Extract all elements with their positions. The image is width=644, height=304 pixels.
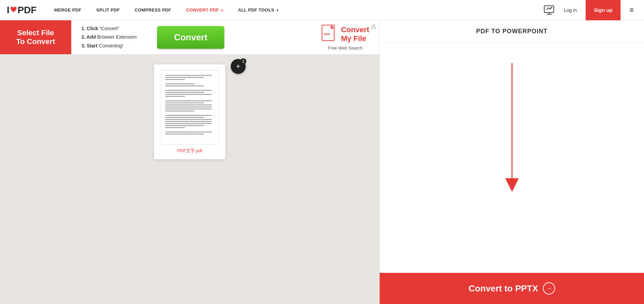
- convert-myfile-icon: PDF: [321, 24, 338, 44]
- svg-text:!: !: [373, 25, 374, 28]
- panel-body: [380, 43, 644, 273]
- ad-info-icon[interactable]: !: [371, 24, 376, 29]
- nav: MERGE PDF SPLIT PDF COMPRESS PDF CONVERT…: [47, 7, 544, 13]
- logo-pdf: PDF: [18, 5, 37, 16]
- svg-rect-0: [544, 6, 554, 13]
- arrow-container: [502, 63, 522, 192]
- nav-all-pdf-tools[interactable]: ALL PDF TOOLS ▾: [230, 7, 286, 13]
- ad-brand: PDF Convert My File Free Web Search: [311, 24, 379, 50]
- monitor-icon: [544, 5, 555, 15]
- convert-to-pptx-button[interactable]: Convert to PPTX →: [380, 273, 644, 304]
- ad-brand-logo: PDF Convert My File: [321, 24, 369, 44]
- file-name: PDF文字.pdf: [177, 148, 202, 154]
- signup-button[interactable]: Sign up: [586, 0, 621, 20]
- ad-step-2: 2. Add Browser Extension: [81, 33, 137, 41]
- panel-title: PDF TO POWERPOINT: [380, 20, 644, 43]
- content-area: Select FileTo Convert 1. Click “Convert”…: [0, 20, 379, 304]
- add-files-badge[interactable]: 1 +: [231, 59, 246, 74]
- svg-marker-10: [505, 178, 519, 192]
- ad-step-1: 1. Click “Convert”: [81, 24, 137, 33]
- upload-area: PDF文字.pdf 1 +: [0, 54, 379, 169]
- ad-step-3: 3. Start Converting!: [81, 42, 137, 50]
- svg-text:PDF: PDF: [324, 33, 330, 36]
- convert-btn-area: Convert to PPTX →: [380, 273, 644, 304]
- header: I PDF MERGE PDF SPLIT PDF COMPRESS PDF C…: [0, 0, 644, 20]
- nav-convert-pdf[interactable]: CONVERT PDF ▾: [179, 7, 231, 13]
- badge-count: 1: [240, 58, 246, 64]
- brand-myfile-text: My File: [341, 34, 369, 43]
- login-button[interactable]: Log in: [561, 7, 580, 13]
- nav-merge-pdf[interactable]: MERGE PDF: [47, 7, 89, 13]
- ad-banner: Select FileTo Convert 1. Click “Convert”…: [0, 20, 379, 54]
- select-file-button[interactable]: Select FileTo Convert: [0, 20, 71, 54]
- nav-split-pdf[interactable]: SPLIT PDF: [89, 7, 127, 13]
- header-right: Log in Sign up ≡: [544, 0, 637, 20]
- ad-steps: 1. Click “Convert” 2. Add Browser Extens…: [71, 24, 147, 50]
- right-panel: PDF TO POWERPOINT Convert to PPTX →: [379, 20, 644, 304]
- ad-brand-sub: Free Web Search: [328, 45, 363, 50]
- nav-compress-pdf[interactable]: COMPRESS PDF: [127, 7, 179, 13]
- file-preview: [161, 70, 219, 144]
- hamburger-menu[interactable]: ≡: [626, 6, 637, 15]
- logo-i: I: [7, 5, 10, 16]
- main-layout: Select FileTo Convert 1. Click “Convert”…: [0, 20, 644, 304]
- btn-circle-arrow-icon: →: [543, 282, 555, 295]
- logo[interactable]: I PDF: [7, 5, 37, 16]
- all-tools-dropdown-arrow: ▾: [276, 8, 278, 12]
- convert-pdf-dropdown-arrow: ▾: [220, 8, 223, 12]
- ad-convert-button[interactable]: Convert: [157, 26, 224, 49]
- brand-convert-text: Convert: [341, 25, 369, 34]
- file-card: PDF文字.pdf 1 +: [154, 64, 225, 159]
- pdf-content-preview: [161, 70, 218, 139]
- logo-heart-icon: [10, 6, 17, 14]
- down-arrow-icon: [502, 63, 522, 192]
- plus-icon: +: [236, 63, 241, 70]
